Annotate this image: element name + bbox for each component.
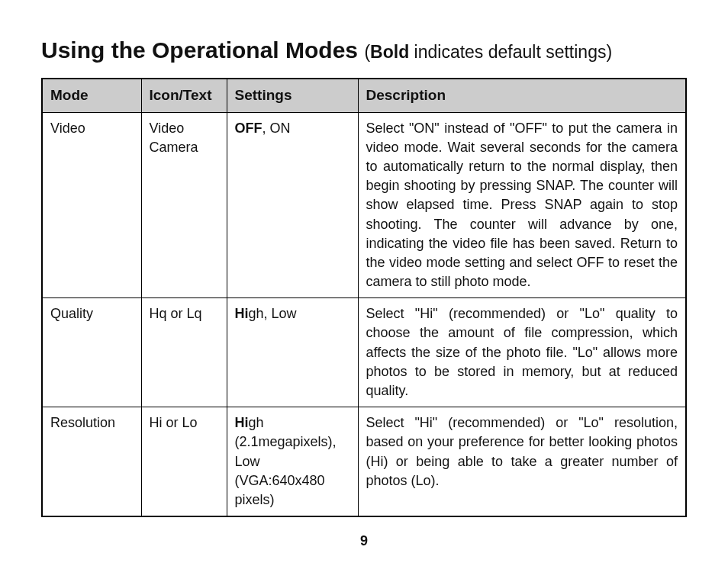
- cell-description: Select "Hi" (recommended) or "Lo" qualit…: [358, 298, 686, 407]
- header-mode: Mode: [42, 79, 141, 112]
- cell-mode: Quality: [42, 298, 141, 407]
- cell-icon: Hq or Lq: [141, 298, 227, 407]
- cell-settings: High (2.1megapixels), Low (VGA:640x480 p…: [227, 407, 358, 516]
- page-number: 9: [0, 533, 728, 549]
- table-row: Quality Hq or Lq High, Low Select "Hi" (…: [42, 298, 686, 407]
- note-bold-word: Bold: [370, 42, 409, 62]
- cell-description: Select "Hi" (recommended) or "Lo" resolu…: [358, 407, 686, 516]
- title-main: Using the Operational Modes: [41, 37, 358, 63]
- cell-description: Select "ON" instead of "OFF" to put the …: [358, 112, 686, 298]
- page-title: Using the Operational Modes (Bold indica…: [41, 37, 687, 64]
- cell-settings: OFF, ON: [227, 112, 358, 298]
- settings-rest: gh (2.1megapixels), Low (VGA:640x480 pix…: [235, 415, 337, 507]
- table-row: Video Video Camera OFF, ON Select "ON" i…: [42, 112, 686, 298]
- cell-mode: Resolution: [42, 407, 141, 516]
- title-note: (Bold indicates default settings): [364, 42, 612, 62]
- note-open: (: [364, 42, 370, 62]
- table-header-row: Mode Icon/Text Settings Description: [42, 79, 686, 112]
- cell-mode: Video: [42, 112, 141, 298]
- cell-icon: Video Camera: [141, 112, 227, 298]
- settings-rest: , ON: [263, 121, 291, 136]
- note-rest: indicates default settings): [409, 42, 612, 62]
- table-row: Resolution Hi or Lo High (2.1megapixels)…: [42, 407, 686, 516]
- cell-settings: High, Low: [227, 298, 358, 407]
- settings-rest: gh, Low: [249, 306, 297, 321]
- cell-icon: Hi or Lo: [141, 407, 227, 516]
- modes-table: Mode Icon/Text Settings Description Vide…: [41, 78, 687, 517]
- header-description: Description: [358, 79, 686, 112]
- settings-bold: OFF: [235, 121, 263, 136]
- header-icon: Icon/Text: [141, 79, 227, 112]
- settings-bold: Hi: [235, 415, 249, 430]
- settings-bold: Hi: [235, 306, 249, 321]
- header-settings: Settings: [227, 79, 358, 112]
